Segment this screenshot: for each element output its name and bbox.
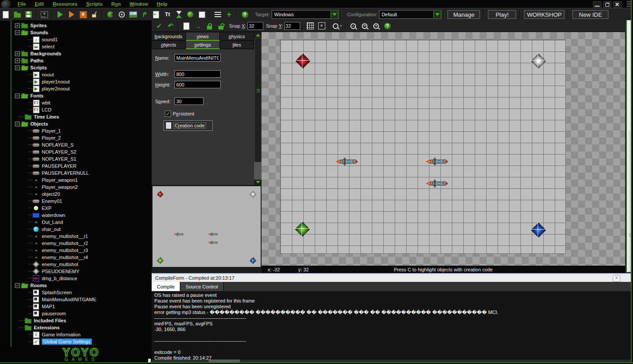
create-executable-button[interactable] [39, 9, 50, 20]
tree-item-pauseroom[interactable]: pauseroom [11, 310, 153, 317]
scrollbar-track[interactable] [254, 162, 262, 180]
close-icon[interactable]: ✕ [613, 275, 620, 282]
zoom-out-button[interactable]: – [348, 21, 359, 31]
instance-cross-silver[interactable] [249, 191, 256, 198]
instance-cross-green[interactable] [156, 257, 164, 264]
room-speed-input[interactable] [175, 97, 204, 105]
instance-enemy-ship[interactable] [426, 178, 449, 190]
tree-item-player2noout[interactable]: ▶player2noout [11, 85, 153, 92]
tree-item-select[interactable]: ▶▶select [11, 43, 153, 50]
tree-item-noout[interactable]: ▶noout [11, 71, 153, 78]
tab-physics[interactable]: physics [220, 32, 254, 41]
zoom-normal-button[interactable]: = [360, 21, 370, 31]
manage-button[interactable]: Manage [447, 10, 480, 19]
tree-item-enemy-multishot-r1[interactable]: enemy_multishot__r1 [11, 233, 153, 240]
tree-item-enemy01[interactable]: Enemy01 [11, 198, 153, 205]
instance-cross-red[interactable] [295, 53, 310, 68]
tree-item-splashscreen[interactable]: SplashScreen [11, 289, 153, 296]
menu-run[interactable]: Run [108, 1, 124, 8]
tree-item-enemy-multishot-r4[interactable]: enemy_multishot__r4 [11, 254, 153, 261]
expander-icon[interactable]: + [15, 51, 20, 56]
tree-item-out-land[interactable]: ≈Out_Land [11, 219, 153, 226]
clear-room-button[interactable] [181, 21, 192, 31]
workshop-button[interactable]: WORKSHOP [524, 10, 564, 19]
menu-scripts[interactable]: Scripts [83, 1, 106, 8]
tab-tiles[interactable]: tiles [220, 41, 254, 49]
tree-item-noplayer-s1[interactable]: NOPLAYER_S1 [11, 155, 153, 162]
menu-help[interactable]: Help [153, 1, 171, 8]
create-background-button[interactable] [128, 9, 138, 20]
tree-item-object20[interactable]: object20 [11, 191, 153, 198]
tree-item-player-2[interactable]: Player_2 [11, 134, 153, 141]
persistent-checkbox[interactable]: ✓ [165, 111, 171, 117]
instance-cross-red[interactable] [156, 191, 164, 198]
tree-item-rooms[interactable]: −Rooms [11, 282, 153, 289]
instance-enemy-ship[interactable] [208, 232, 218, 237]
undo-button[interactable]: ↶ [165, 21, 176, 31]
creation-code-button[interactable]: Creation code [164, 120, 213, 131]
room-name-input[interactable] [175, 54, 221, 61]
tree-item-paths[interactable]: +Paths [11, 57, 153, 64]
create-font-button[interactable]: Tt [162, 9, 173, 20]
scroll-up-icon[interactable] [254, 32, 262, 38]
lock-instances-button[interactable] [204, 21, 215, 31]
create-object-button[interactable] [185, 9, 196, 20]
new-ide-button[interactable]: New IDE [572, 10, 608, 19]
clean-cache-button[interactable] [89, 9, 100, 20]
tree-item-mainmenuandinitgame[interactable]: MainMenuAndINITGAME [11, 296, 153, 303]
tree-item-sound1[interactable]: ♪sound1 [11, 36, 153, 43]
zoom-in-button[interactable]: + [371, 21, 382, 31]
instance-cross-blue[interactable] [249, 257, 256, 264]
run-debug-button[interactable] [66, 9, 77, 20]
add-resource-button[interactable]: + [224, 9, 234, 20]
tab-views[interactable]: views [186, 32, 220, 41]
tab-objects[interactable]: objects [152, 41, 186, 49]
tree-item-player1noout[interactable]: ▶player1noout [11, 78, 153, 85]
tree-item-game-information[interactable]: iGame Information [11, 331, 153, 338]
menu-resources[interactable]: Resources [49, 1, 81, 8]
tree-item-global-game-settings[interactable]: ✓Global Game Settings [11, 338, 153, 345]
tree-item-extensions[interactable]: Extensions [11, 324, 153, 331]
expander-icon[interactable]: − [15, 94, 20, 98]
expander-icon[interactable]: − [15, 283, 20, 288]
tab-settings[interactable]: settings [186, 41, 220, 49]
save-project-button[interactable] [23, 9, 34, 20]
expander-icon[interactable]: − [15, 30, 20, 35]
chevron-down-icon[interactable] [433, 11, 441, 18]
compile-tab-source-control[interactable]: Source Control [180, 282, 223, 291]
tree-item-dmg-b-distance[interactable]: dmg_b_distance [11, 275, 153, 282]
room-minimap-preview[interactable] [152, 186, 261, 267]
panel-scrollbar[interactable] [254, 32, 262, 185]
scroll-down-icon[interactable] [254, 180, 262, 185]
tree-item-player-weapon1[interactable]: Player_weapon1 [11, 177, 153, 184]
tree-item-waterdown[interactable]: waterdown [11, 212, 153, 219]
room-width-input[interactable] [175, 70, 221, 78]
toggle-grid-button[interactable] [305, 21, 316, 31]
menu-window[interactable]: Window [126, 1, 152, 8]
instance-cross-silver[interactable] [530, 53, 546, 68]
zoom-select-button[interactable]: ▾ [332, 21, 343, 31]
tree-item-pseudoenemy[interactable]: PSEUDOENEMY [11, 268, 153, 275]
instance-cross-blue[interactable] [530, 222, 546, 238]
create-script-button[interactable]: ▸ [151, 9, 161, 20]
instance-enemy-ship[interactable] [208, 240, 218, 245]
tree-item-noplayer-s2[interactable]: NOPLAYER_S2 [11, 148, 153, 155]
tree-item-exp[interactable]: EXP [11, 205, 153, 212]
tree-item-fonts[interactable]: −Fonts [11, 92, 153, 99]
create-timeline-button[interactable] [174, 9, 184, 20]
minimize-button[interactable] [593, 1, 601, 8]
create-sound-button[interactable] [116, 9, 127, 20]
create-room-button[interactable] [196, 9, 207, 20]
resource-list-button[interactable] [212, 9, 223, 20]
scrollbar-thumb[interactable] [255, 38, 262, 163]
instance-cross-green[interactable] [294, 221, 310, 237]
create-path-button[interactable]: ↱ [139, 9, 150, 20]
configuration-dropdown[interactable]: Default [379, 10, 441, 19]
menu-edit[interactable]: Edit [31, 1, 47, 8]
tab-backgrounds[interactable]: backgrounds [152, 32, 186, 41]
snap-x-input[interactable] [247, 22, 263, 30]
create-sprite-button[interactable] [105, 9, 116, 20]
restore-button[interactable] [603, 1, 611, 8]
unlock-instances-button[interactable] [215, 21, 226, 31]
expander-icon[interactable]: − [15, 122, 20, 126]
